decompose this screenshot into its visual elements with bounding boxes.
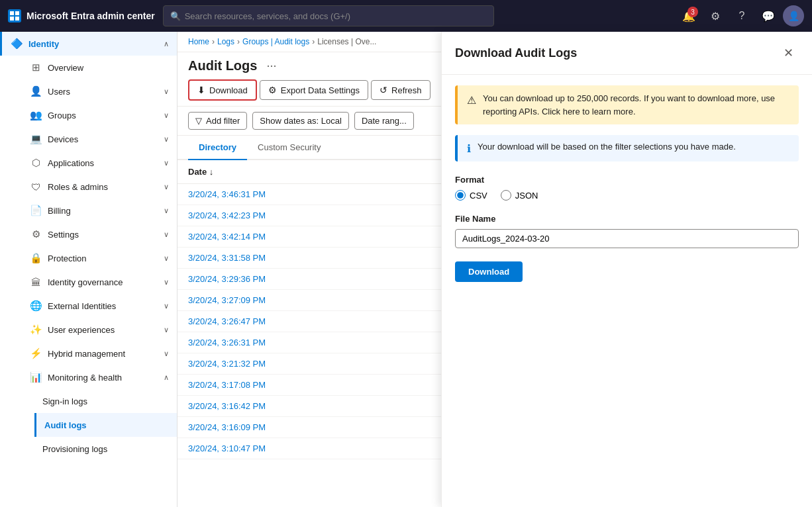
search-input[interactable]	[185, 11, 487, 21]
date-cell: 3/20/24, 3:17:08 PM	[178, 375, 466, 396]
csv-label[interactable]: CSV	[470, 191, 487, 201]
search-icon: 🔍	[170, 11, 181, 21]
search-box[interactable]: 🔍	[163, 5, 494, 26]
show-dates-button[interactable]: Show dates as: Local	[252, 112, 349, 130]
chevron-down-icon: ∨	[164, 302, 169, 310]
sidebar-sub-monitoring: Sign-in logs Audit logs Provisioning log…	[0, 389, 177, 461]
sidebar-item-user-experiences[interactable]: ✨ User experiences ∨	[26, 318, 177, 342]
chevron-up-icon: ∧	[164, 373, 169, 382]
billing-icon: 📄	[29, 204, 42, 217]
feedback-button[interactable]: 💬	[756, 4, 780, 28]
chevron-down-icon: ∨	[164, 159, 169, 167]
sidebar-item-devices[interactable]: 💻 Devices ∨	[26, 127, 177, 151]
filter-icon: ▽	[195, 116, 202, 126]
download-label: Download	[209, 85, 248, 95]
more-options-button[interactable]: ···	[262, 58, 280, 74]
notification-badge: 3	[687, 7, 698, 17]
chevron-down-icon: ∨	[164, 349, 169, 358]
sidebar-item-roles-admins[interactable]: 🛡 Roles & admins ∨	[26, 175, 177, 199]
sidebar-item-users[interactable]: 👤 Users ∨	[26, 79, 177, 103]
chevron-down-icon: ∨	[164, 111, 169, 120]
sidebar-label: Sign-in logs	[42, 396, 169, 406]
topbar: Microsoft Entra admin center 🔍 🔔 3 ⚙ ? 💬…	[0, 0, 812, 32]
add-filter-button[interactable]: ▽ Add filter	[188, 112, 247, 130]
format-section: Format CSV JSON	[455, 175, 799, 201]
sidebar-item-billing[interactable]: 📄 Billing ∨	[26, 199, 177, 222]
breadcrumb-logs[interactable]: Logs	[217, 37, 234, 46]
date-cell: 3/20/24, 3:21:32 PM	[178, 353, 466, 375]
json-label[interactable]: JSON	[515, 191, 538, 201]
tab-directory[interactable]: Directory	[188, 136, 247, 160]
settings-button[interactable]: ⚙	[703, 4, 727, 28]
show-dates-label: Show dates as: Local	[260, 116, 342, 126]
download-icon: ⬇	[197, 85, 205, 95]
hybrid-icon: ⚡	[29, 347, 42, 360]
panel-header: Download Audit Logs ✕	[442, 32, 812, 75]
panel-download-button[interactable]: Download	[455, 261, 523, 282]
breadcrumb-current: Licenses | Ove...	[317, 37, 376, 46]
external-icon: 🌐	[29, 299, 42, 312]
sidebar-label: Audit logs	[44, 420, 169, 430]
breadcrumb-home[interactable]: Home	[188, 37, 209, 46]
sidebar-item-external-identities[interactable]: 🌐 External Identities ∨	[26, 294, 177, 318]
svg-rect-1	[15, 11, 19, 15]
overview-icon: ⊞	[29, 61, 42, 74]
sidebar-label: Roles & admins	[48, 182, 158, 192]
breadcrumb-sep: ›	[212, 37, 215, 46]
date-cell: 3/20/24, 3:10:47 PM	[178, 438, 466, 459]
csv-radio-input[interactable]	[455, 190, 466, 201]
add-filter-label: Add filter	[206, 116, 240, 126]
roles-icon: 🛡	[29, 180, 42, 193]
avatar[interactable]: 👤	[783, 5, 804, 26]
panel-close-button[interactable]: ✕	[778, 42, 799, 64]
sidebar-label: External Identities	[48, 301, 158, 311]
sidebar-item-groups[interactable]: 👥 Groups ∨	[26, 103, 177, 127]
date-range-button[interactable]: Date rang...	[354, 112, 414, 130]
date-cell: 3/20/24, 3:16:42 PM	[178, 396, 466, 417]
breadcrumb-sep: ›	[312, 37, 315, 46]
chevron-down-icon: ∨	[164, 183, 169, 191]
sidebar-label: Devices	[48, 134, 158, 144]
refresh-button[interactable]: ↺ Refresh	[371, 80, 431, 100]
applications-icon: ⬡	[29, 156, 42, 169]
refresh-label: Refresh	[391, 85, 422, 95]
settings-icon: ⚙	[29, 228, 42, 241]
sidebar-item-audit-logs[interactable]: Audit logs	[34, 413, 177, 437]
chevron-up-icon: ∧	[164, 40, 169, 48]
sidebar-item-hybrid-management[interactable]: ⚡ Hybrid management ∨	[26, 342, 177, 365]
sidebar-item-applications[interactable]: ⬡ Applications ∨	[26, 151, 177, 175]
export-icon: ⚙	[268, 85, 277, 95]
sidebar-item-protection[interactable]: 🔒 Protection ∨	[26, 246, 177, 270]
sidebar-item-overview[interactable]: ⊞ Overview	[26, 56, 177, 79]
warning-alert: ⚠ You can download up to 250,000 records…	[455, 85, 799, 124]
date-cell: 3/20/24, 3:31:58 PM	[178, 248, 466, 269]
sidebar-item-identity-governance[interactable]: 🏛 Identity governance ∨	[26, 270, 177, 294]
format-radio-group: CSV JSON	[455, 190, 799, 201]
breadcrumb-groups-audit[interactable]: Groups | Audit logs	[242, 37, 309, 46]
sidebar-item-identity[interactable]: 🔷 Identity ∧	[0, 32, 177, 56]
notifications-button[interactable]: 🔔 3	[677, 4, 701, 28]
export-settings-button[interactable]: ⚙ Export Data Settings	[260, 80, 368, 100]
format-label: Format	[455, 175, 799, 185]
sidebar-item-sign-in-logs[interactable]: Sign-in logs	[34, 389, 177, 413]
date-cell: 3/20/24, 3:29:36 PM	[178, 269, 466, 290]
svg-rect-0	[10, 11, 14, 15]
chevron-down-icon: ∨	[164, 87, 169, 96]
col-date[interactable]: Date ↓	[178, 160, 466, 184]
chevron-down-icon: ∨	[164, 278, 169, 287]
download-button[interactable]: ⬇ Download	[188, 79, 257, 101]
sidebar: 🔷 Identity ∧ ⊞ Overview 👤 Users ∨ 👥 Grou…	[0, 32, 178, 507]
sidebar-label: Provisioning logs	[42, 444, 169, 454]
chevron-down-icon: ∨	[164, 135, 169, 144]
sidebar-item-settings[interactable]: ⚙ Settings ∨	[26, 222, 177, 246]
tab-custom-security[interactable]: Custom Security	[247, 136, 331, 160]
json-radio-input[interactable]	[501, 190, 511, 201]
chevron-down-icon: ∨	[164, 207, 169, 215]
radio-csv[interactable]: CSV	[455, 190, 487, 201]
filename-input[interactable]	[455, 229, 799, 248]
sidebar-item-monitoring-health[interactable]: 📊 Monitoring & health ∧	[26, 365, 177, 389]
help-button[interactable]: ?	[730, 4, 754, 28]
sidebar-item-provisioning-logs[interactable]: Provisioning logs	[34, 437, 177, 461]
sidebar-label: Groups	[48, 111, 158, 120]
radio-json[interactable]: JSON	[501, 190, 538, 201]
